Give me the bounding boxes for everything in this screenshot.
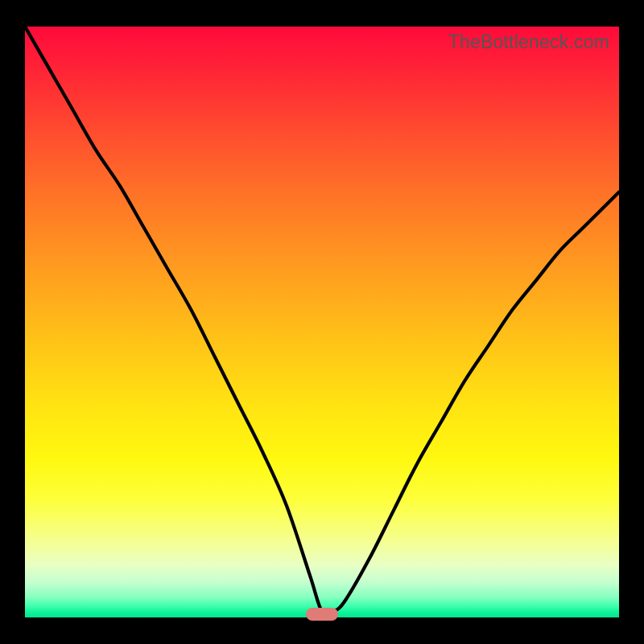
- chart-frame: TheBottleneck.com: [0, 0, 644, 644]
- bottleneck-curve: [25, 27, 619, 617]
- optimum-marker: [306, 608, 338, 621]
- plot-area: TheBottleneck.com: [25, 27, 619, 617]
